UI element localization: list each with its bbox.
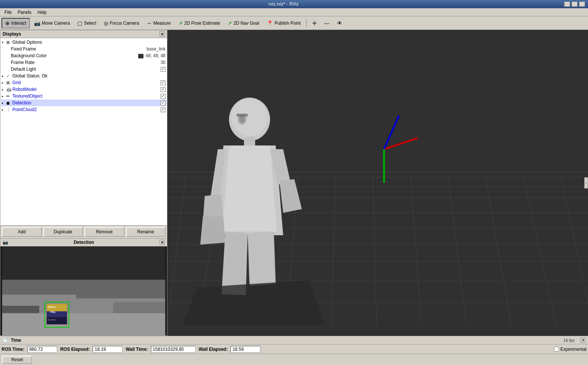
svg-rect-42: [236, 114, 248, 117]
reset-row: Reset: [0, 354, 588, 365]
menu-file[interactable]: File: [1, 9, 15, 16]
close-button[interactable]: ×: [579, 1, 585, 7]
grid-icon: ⊞: [6, 80, 12, 85]
fixed-frame-row: Fixed Frame base_link: [1, 46, 166, 52]
time-panel-close[interactable]: ✕: [581, 338, 586, 343]
ros-elapsed-value[interactable]: 18.19: [93, 346, 123, 353]
global-options-arrow: ▾: [2, 41, 6, 44]
frame-rate-value[interactable]: 30: [161, 60, 165, 65]
detection-panel-close[interactable]: ✕: [160, 240, 165, 245]
interact-icon: ⊕: [5, 20, 10, 26]
wall-time-value[interactable]: 1581010329.85: [151, 346, 196, 353]
detection-label: Detection: [12, 100, 161, 105]
textured-object-row[interactable]: ▸ ✏ TexturedObject: [1, 93, 166, 99]
robot-model-row[interactable]: ▸ 🤖 RobotModel: [1, 86, 166, 93]
3d-viewport[interactable]: ‹: [167, 30, 588, 336]
frame-rate-label: Frame Rate: [10, 60, 159, 65]
global-status-row[interactable]: ▸ ✓ Global Status: Ok: [1, 73, 166, 79]
svg-point-39: [232, 99, 267, 136]
focus-camera-button[interactable]: ◎ Focus Camera: [100, 18, 143, 28]
fixed-frame-label: Fixed Frame: [10, 46, 145, 52]
experimental-label: Experimental: [560, 347, 587, 352]
pointcloud2-icon: ⋮: [6, 107, 12, 112]
rename-button[interactable]: Rename: [126, 227, 166, 237]
svg-rect-11: [47, 312, 67, 317]
minimize-button[interactable]: _: [564, 1, 570, 7]
select-button[interactable]: ▢ Select: [74, 18, 99, 28]
interact-label: Interact: [11, 21, 26, 26]
detection-checkbox[interactable]: [161, 101, 165, 105]
select-label: Select: [84, 21, 96, 26]
grid-label: Grid: [12, 80, 161, 85]
move-camera-button[interactable]: 📷 Move Camera: [31, 18, 73, 28]
duplicate-button[interactable]: Duplicate: [43, 227, 83, 237]
pose-estimate-label: 2D Pose Estimate: [184, 21, 220, 26]
menu-help[interactable]: Help: [34, 9, 50, 16]
move-camera-icon: 📷: [34, 20, 40, 26]
displays-footer: Add Duplicate Remove Rename: [0, 225, 167, 238]
focus-camera-icon: ◎: [104, 20, 108, 26]
default-light-checkbox[interactable]: [161, 67, 165, 72]
background-color-swatch: [138, 54, 143, 58]
ros-time-label: ROS Time:: [1, 347, 24, 352]
ros-elapsed-label: ROS Elapsed:: [60, 347, 90, 352]
grid-checkbox[interactable]: [161, 80, 165, 85]
displays-tree: ▾ ⊞ Global Options Fixed Frame base_link…: [0, 38, 167, 225]
toolbar: ⊕ Interact 📷 Move Camera ▢ Select ◎ Focu…: [0, 16, 588, 30]
background-color-value[interactable]: 48; 48; 48: [138, 53, 165, 58]
pointcloud2-checkbox[interactable]: [161, 107, 165, 112]
title-bar: rviz.rviz* - RViz _ □ ×: [0, 0, 588, 8]
detection-panel-icon: 📷: [3, 240, 8, 245]
detection-scene-svg: REEM-C PAL R-robotics: [0, 246, 167, 335]
global-status-arrow: ▸: [2, 74, 6, 78]
view-button[interactable]: 👁: [334, 18, 346, 28]
pointcloud2-row[interactable]: ▸ ⋮ PointCloud2: [1, 106, 166, 113]
displays-panel-close[interactable]: ✕: [160, 31, 165, 37]
publish-point-label: Publish Point: [275, 21, 301, 26]
add-axis-button[interactable]: ✛: [309, 18, 320, 28]
maximize-button[interactable]: □: [572, 1, 578, 7]
publish-point-icon: 📍: [267, 20, 273, 26]
remove-button[interactable]: Remove: [84, 227, 124, 237]
frame-rate-row: Frame Rate 30: [1, 59, 166, 66]
main-content: Displays ✕ ▾ ⊞ Global Options Fixed Fram…: [0, 30, 588, 336]
scene-container: ‹: [167, 30, 588, 336]
global-options-row[interactable]: ▾ ⊞ Global Options: [1, 39, 166, 46]
view-icon: 👁: [337, 20, 342, 26]
detection-row[interactable]: ▸ ◼ Detection: [1, 99, 166, 106]
detection-panel-header: 📷 Detection ✕: [0, 239, 167, 246]
textured-object-arrow: ▸: [2, 95, 6, 98]
default-light-label: Default Light: [10, 67, 159, 72]
publish-point-button[interactable]: 📍 Publish Point: [263, 18, 304, 28]
fixed-frame-value[interactable]: base_link: [146, 46, 165, 52]
svg-text:R-robotics: R-robotics: [48, 319, 56, 321]
pose-estimate-icon: ↗: [178, 20, 183, 26]
ros-time-value[interactable]: 880.72: [27, 346, 57, 353]
global-options-label: Global Options: [12, 40, 165, 45]
bottom-area: 🕐 Time 16 fps ✕ ROS Time: 880.72 ROS Ela…: [0, 336, 588, 365]
pointcloud2-arrow: ▸: [2, 108, 6, 111]
wall-elapsed-value[interactable]: 18.59: [230, 346, 260, 353]
menu-panels[interactable]: Panels: [15, 9, 34, 16]
grid-row[interactable]: ▸ ⊞ Grid: [1, 79, 166, 86]
nav-goal-label: 2D Nav Goal: [233, 21, 259, 26]
detection-viewport[interactable]: REEM-C PAL R-robotics: [0, 246, 167, 335]
global-options-icon: ⊞: [6, 40, 12, 45]
zoom-out-icon: —: [324, 20, 329, 26]
textured-object-checkbox[interactable]: [161, 94, 165, 99]
zoom-out-button[interactable]: —: [321, 18, 333, 28]
viewport-expand-handle[interactable]: ‹: [584, 177, 588, 188]
pose-estimate-button[interactable]: ↗ 2D Pose Estimate: [175, 18, 223, 28]
svg-text:REEM-C: REEM-C: [48, 306, 57, 308]
fps-display: 16 fps: [563, 338, 575, 343]
experimental-checkbox[interactable]: [554, 347, 559, 352]
measure-button[interactable]: ↔ Measure: [143, 18, 174, 28]
default-light-value: [161, 67, 165, 72]
robot-model-checkbox[interactable]: [161, 87, 165, 92]
nav-goal-button[interactable]: ↗ 2D Nav Goal: [224, 18, 263, 28]
interact-button[interactable]: ⊕ Interact: [1, 18, 30, 28]
add-button[interactable]: Add: [2, 227, 42, 237]
menu-bar: File Panels Help: [0, 8, 588, 16]
detection-panel: 📷 Detection ✕: [0, 239, 167, 336]
reset-button[interactable]: Reset: [2, 356, 32, 364]
